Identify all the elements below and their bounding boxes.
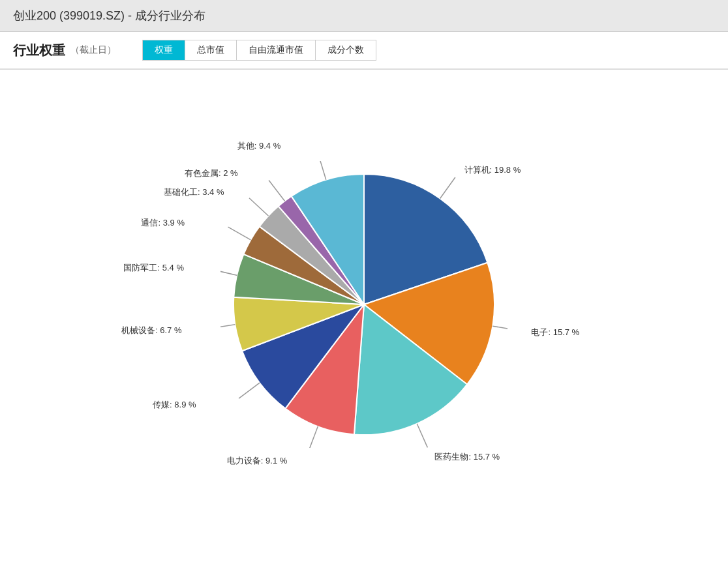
section-title: 行业权重 [13,42,65,59]
connector-电力设备 [309,426,318,448]
label-医药生物: 医药生物: 15.7 % [434,451,500,463]
connector-有色金属 [269,180,284,201]
connector-医药生物 [417,424,427,448]
tab-2[interactable]: 自由流通市值 [237,40,316,60]
label-传媒: 传媒: 8.9 % [153,399,196,411]
connector-电子 [493,326,508,331]
tab-0[interactable]: 权重 [143,40,185,60]
label-计算机: 计算机: 19.8 % [464,164,521,176]
chart-area: 计算机: 19.8 %电子: 15.7 %医药生物: 15.7 %电力设备: 9… [0,70,728,539]
label-机械设备: 机械设备: 6.7 % [121,325,181,336]
connector-通信 [228,227,251,240]
label-国防军工: 国防军工: 5.4 % [123,262,183,274]
connector-机械设备 [220,325,235,329]
label-电力设备: 电力设备: 9.1 % [227,455,287,467]
title-bar: 创业200 (399019.SZ) - 成分行业分布 [0,0,728,32]
connector-计算机 [440,177,455,199]
label-电子: 电子: 15.7 % [531,327,579,338]
page-title: 创业200 (399019.SZ) - 成分行业分布 [13,9,205,22]
section-subtitle: （截止日） [70,44,116,56]
label-基础化工: 基础化工: 3.4 % [164,186,224,198]
chart-container: 计算机: 19.8 %电子: 15.7 %医药生物: 15.7 %电力设备: 9… [110,83,618,526]
connector-国防军工 [220,269,237,275]
tab-3[interactable]: 成分个数 [316,40,376,60]
controls-bar: 行业权重 （截止日） 权重总市值自由流通市值成分个数 [0,32,728,70]
label-其他: 其他: 9.4 % [237,140,281,152]
connector-基础化工 [249,198,268,216]
pie-chart [220,161,508,448]
tab-1[interactable]: 总市值 [185,40,237,60]
connector-传媒 [239,383,260,398]
label-通信: 通信: 3.9 % [141,217,184,229]
connector-其他 [318,161,326,180]
tab-group: 权重总市值自由流通市值成分个数 [142,40,376,61]
label-有色金属: 有色金属: 2 % [185,168,238,179]
